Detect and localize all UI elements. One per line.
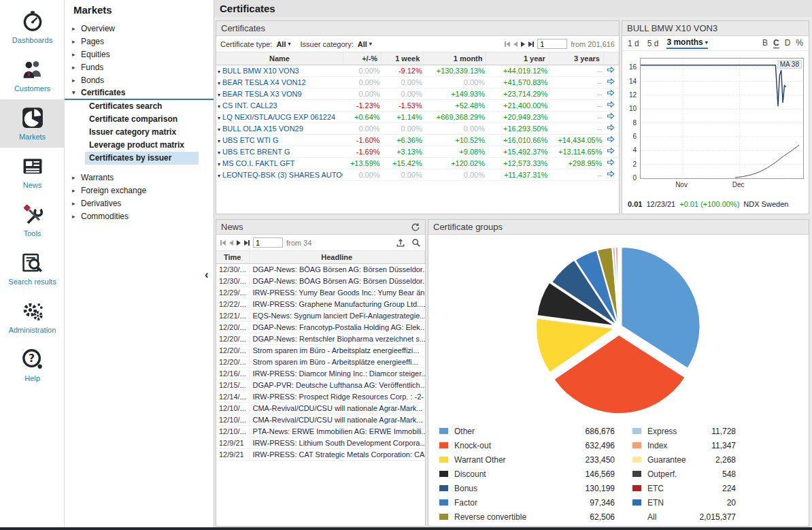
news-headline[interactable]: DGAP-News: Francotyp-Postalia Holding AG… [249, 321, 425, 333]
chart-option-percent[interactable]: % [796, 38, 803, 48]
table-row[interactable]: ▾BULL OLJA X15 VON290.00%0.00%0.00%+16,2… [216, 122, 619, 134]
tab-3months[interactable]: 3 months▾ [666, 37, 707, 49]
news-headline[interactable]: DGAP-News: BÖAG Börsen AG: Börsen Düssel… [249, 263, 425, 275]
certificate-type-dropdown[interactable]: All▾ [276, 40, 290, 48]
news-headline[interactable]: IRW-PRESS: CAT Strategic Metals Corporat… [249, 448, 425, 460]
news-headline[interactable]: IRW-PRESS: Prospect Ridge Resources Corp… [249, 391, 425, 402]
news-row[interactable]: 12/9/21IRW-PRESS: CAT Strategic Metals C… [216, 448, 425, 460]
news-row[interactable]: 12/20/...Strom sparen im Büro - Arbeitsp… [216, 356, 425, 367]
news-row[interactable]: 12/15/...DGAP-PVR: Deutsche Lufthansa AG… [216, 379, 425, 391]
sidebar-item-certificates-search[interactable]: Certificates search [65, 100, 214, 113]
tab-5d[interactable]: 5 d [647, 39, 659, 48]
news-row[interactable]: 12/21/...EQS-News: Sygnum lanciert DeFi-… [216, 310, 425, 321]
open-instrument-icon[interactable] [603, 111, 618, 122]
sidebar-item-certificates[interactable]: ▾Certificates [65, 87, 214, 100]
news-headline[interactable]: DGAP-News: Rentschler Biopharma verzeich… [249, 333, 425, 344]
refresh-icon[interactable] [411, 222, 420, 232]
news-row[interactable]: 12/20/...DGAP-News: Rentschler Biopharma… [216, 333, 425, 344]
column-header[interactable]: 1 month [424, 52, 486, 65]
last-page-button[interactable] [528, 42, 534, 47]
sidebar-item-warrants[interactable]: ▸Warrants [65, 171, 214, 184]
column-header[interactable]: Name [216, 52, 343, 65]
instrument-name[interactable]: ▾BULL BMW X10 VON3 [216, 65, 343, 76]
news-headline[interactable]: IRW-PRESS: Diamcor Mining Inc.: Diamcor … [249, 367, 425, 379]
column-header[interactable]: Time [216, 251, 249, 263]
prev-page-button[interactable] [513, 42, 518, 47]
news-row[interactable]: 12/10/...CMA-Revival/CDU/CSU will nation… [216, 402, 425, 414]
news-row[interactable]: 12/30/...DGAP-News: BÖAG Börsen AG: Börs… [216, 275, 425, 286]
table-row[interactable]: ▾UBS ETC WTI G-1.60%+6.36%+10.52%+16,010… [216, 134, 619, 146]
open-instrument-icon[interactable] [603, 134, 618, 146]
chart-option-b[interactable]: B [762, 38, 768, 48]
nav-item-news[interactable]: News [0, 148, 65, 196]
first-page-button[interactable] [505, 42, 510, 47]
nav-item-help[interactable]: ?Help [0, 341, 65, 389]
sidebar-item-funds[interactable]: ▸Funds [65, 61, 214, 74]
table-row[interactable]: ▾LQ NEXI/STLA/UCG EXP 061224+0.64%+1.14%… [216, 111, 619, 122]
table-row[interactable]: ▾LEONTEQ-BSK (3) SHARES AUTOCAL0.00%0.00… [216, 169, 619, 180]
sidebar-item-certificates-by-issuer[interactable]: Certificates by issuer [85, 152, 199, 165]
sidebar-item-foreign-exchange[interactable]: ▸Foreign exchange [65, 184, 214, 197]
export-icon[interactable] [396, 238, 405, 248]
open-instrument-icon[interactable] [603, 88, 618, 99]
instrument-name[interactable]: ▾UBS ETC WTI G [216, 134, 343, 146]
sidebar-item-overview[interactable]: ▸Overview [65, 22, 214, 35]
column-header[interactable]: 1 year [486, 52, 549, 65]
nav-item-tools[interactable]: Tools [0, 196, 65, 244]
sidebar-item-equities[interactable]: ▸Equities [65, 48, 214, 61]
news-headline[interactable]: EQS-News: Sygnum lanciert DeFi-Anlagestr… [249, 310, 425, 321]
next-page-button[interactable] [237, 240, 241, 246]
instrument-name[interactable]: ▾LQ NEXI/STLA/UCG EXP 061224 [216, 111, 343, 122]
open-instrument-icon[interactable] [603, 157, 618, 169]
news-headline[interactable]: IRW-PRESS: Graphene Manufacturing Group … [249, 298, 425, 310]
nav-item-search-results[interactable]: Search results [0, 244, 65, 293]
sidebar-item-commodities[interactable]: ▸Commodities [65, 210, 214, 223]
news-headline[interactable]: IRW-PRESS: Lithium South Development Cor… [249, 437, 425, 448]
news-row[interactable]: 12/9/21IRW-PRESS: Lithium South Developm… [216, 437, 425, 448]
sidebar-item-derivatives[interactable]: ▸Derivatives [65, 197, 214, 210]
open-instrument-icon[interactable] [603, 65, 618, 76]
first-page-button[interactable] [220, 240, 226, 246]
issuer-category-dropdown[interactable]: All▾ [358, 40, 372, 48]
instrument-name[interactable]: ▾UBS ETC BRENT G [216, 146, 343, 157]
next-page-button[interactable] [521, 42, 525, 47]
open-instrument-icon[interactable] [603, 99, 618, 111]
column-header[interactable]: +/-% [343, 52, 381, 65]
instrument-name[interactable]: ▾MS CO.I. FAKTL GFT [216, 157, 343, 169]
news-row[interactable]: 12/20/...Strom sparen im Büro - Arbeitsp… [216, 344, 425, 356]
column-header[interactable]: 3 years [549, 52, 603, 65]
instrument-name[interactable]: ▾LEONTEQ-BSK (3) SHARES AUTOCAL [216, 169, 343, 180]
sidebar-item-bonds[interactable]: ▸Bonds [65, 74, 214, 87]
news-row[interactable]: 12/20/...DGAP-News: Francotyp-Postalia H… [216, 321, 425, 333]
last-page-button[interactable] [244, 240, 250, 246]
table-row[interactable]: ▾CS INT. CALL23-1.23%-1.53%+52.48%+21,40… [216, 99, 619, 111]
open-instrument-icon[interactable] [603, 146, 618, 157]
news-row[interactable]: 12/22/...IRW-PRESS: Graphene Manufacturi… [216, 298, 425, 310]
sidebar-item-certificate-comparison[interactable]: Certificate comparison [65, 113, 214, 126]
table-row[interactable]: ▾BEAR TESLA X3 VON90.00%0.00%+149.93%+23… [216, 88, 619, 99]
instrument-name[interactable]: ▾BEAR TESLA X3 VON9 [216, 88, 343, 99]
panel-collapse-handle[interactable]: ‹ [205, 268, 209, 282]
news-row[interactable]: 12/16/...IRW-PRESS: Diamcor Mining Inc.:… [216, 367, 425, 379]
news-row[interactable]: 12/29/...IRW-PRESS: Yumy Bear Goods Inc.… [216, 286, 425, 298]
page-input[interactable] [537, 39, 567, 49]
table-row[interactable]: ▾UBS ETC BRENT G-1.69%+3.13%+9.08%+15,49… [216, 146, 619, 157]
news-page-input[interactable] [253, 237, 283, 248]
sidebar-item-leverage-product-matrix[interactable]: Leverage product matrix [65, 139, 214, 152]
open-instrument-icon[interactable] [603, 76, 618, 88]
table-row[interactable]: ▾MS CO.I. FAKTL GFT+13.59%+15.42%+120.02… [216, 157, 619, 169]
news-headline[interactable]: IRW-PRESS: Yumy Bear Goods Inc.: Yumy Be… [249, 286, 425, 298]
table-row[interactable]: ▾BEAR TESLA X4 VON120.00%0.00%0.00%+41,5… [216, 76, 619, 88]
sidebar-item-pages[interactable]: ▸Pages [65, 35, 214, 48]
instrument-name[interactable]: ▾CS INT. CALL23 [216, 99, 343, 111]
nav-item-markets[interactable]: Markets [0, 99, 65, 148]
news-row[interactable]: 12/10/...PTA-News: ERWE Immobilien AG: E… [216, 425, 425, 437]
nav-item-dashboards[interactable]: Dashboards [0, 3, 65, 51]
news-row[interactable]: 12/10/...CMA-Revival/CDU/CSU will nation… [216, 414, 425, 425]
news-headline[interactable]: Strom sparen im Büro - Arbeitsplatz ener… [249, 344, 425, 356]
news-row[interactable]: 12/30/...DGAP-News: BÖAG Börsen AG: Börs… [216, 263, 425, 275]
nav-item-customers[interactable]: Customers [0, 51, 65, 99]
prev-page-button[interactable] [229, 240, 233, 246]
news-headline[interactable]: Strom sparen im Büro - Arbeitsplätze ene… [249, 356, 425, 367]
news-headline[interactable]: DGAP-News: BÖAG Börsen AG: Börsen Düssel… [249, 275, 425, 286]
